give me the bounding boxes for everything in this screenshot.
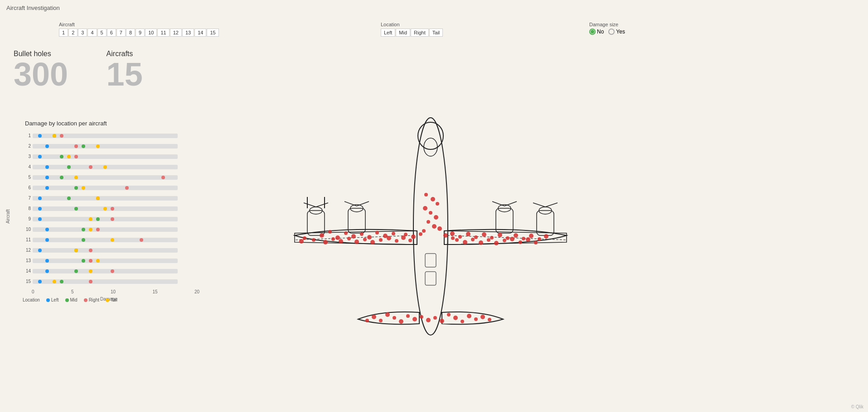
legend-dot-mid bbox=[65, 298, 69, 302]
dot-tail-row-6 bbox=[82, 186, 85, 190]
dot-right-row-2 bbox=[74, 144, 78, 148]
legend-label-right: Right bbox=[89, 297, 99, 302]
aircraft-btn-2[interactable]: 2 bbox=[68, 29, 78, 37]
aircraft-btn-9[interactable]: 9 bbox=[136, 29, 145, 37]
dot-tail-row-4 bbox=[103, 165, 107, 169]
svg-point-67 bbox=[503, 239, 506, 242]
chart-row-11: 11 bbox=[23, 235, 199, 245]
aircraft-filter: Aircraft 123456789101112131415 bbox=[59, 22, 219, 37]
dot-right-row-4 bbox=[89, 165, 92, 169]
location-btn-left[interactable]: Left bbox=[381, 29, 395, 37]
aircraft-btn-15[interactable]: 15 bbox=[207, 29, 218, 37]
aircraft-btn-8[interactable]: 8 bbox=[126, 29, 135, 37]
svg-point-94 bbox=[453, 316, 458, 320]
y-axis-label: Aircraft bbox=[5, 209, 10, 224]
location-filter-buttons: LeftMidRightTail bbox=[381, 29, 443, 37]
svg-point-35 bbox=[312, 238, 315, 242]
dot-right-row-6 bbox=[125, 186, 129, 190]
aircraft-btn-7[interactable]: 7 bbox=[116, 29, 126, 37]
svg-point-100 bbox=[488, 318, 491, 321]
svg-point-88 bbox=[412, 317, 417, 321]
svg-point-41 bbox=[363, 238, 367, 241]
legend-label-tail: Tail bbox=[111, 297, 117, 302]
svg-point-97 bbox=[474, 317, 478, 321]
svg-point-49 bbox=[458, 235, 462, 239]
row-label-15: 15 bbox=[23, 279, 31, 284]
dot-left-row-6 bbox=[45, 186, 49, 190]
svg-point-52 bbox=[482, 232, 486, 237]
dot-tail-row-9 bbox=[89, 217, 92, 221]
aircraft-btn-6[interactable]: 6 bbox=[107, 29, 116, 37]
dot-right-row-10 bbox=[96, 228, 100, 231]
x-tick-5: 5 bbox=[71, 289, 74, 294]
dot-right-row-15 bbox=[89, 280, 92, 283]
bar-area-3 bbox=[33, 154, 178, 159]
bar-area-12 bbox=[33, 248, 178, 253]
damage-radio-no[interactable]: No bbox=[589, 29, 604, 35]
row-label-8: 8 bbox=[23, 206, 31, 211]
stats-section: Bullet holes 300 Aircrafts 15 bbox=[14, 50, 179, 91]
svg-point-66 bbox=[494, 241, 499, 245]
chart-row-3: 3 bbox=[23, 151, 199, 162]
svg-line-15 bbox=[344, 201, 357, 206]
svg-point-61 bbox=[455, 238, 459, 242]
aircraft-btn-1[interactable]: 1 bbox=[59, 29, 68, 37]
bar-area-10 bbox=[33, 227, 178, 232]
dot-tail-row-14 bbox=[89, 269, 92, 273]
damage-radio-yes[interactable]: Yes bbox=[608, 29, 625, 35]
legend-label-mid: Mid bbox=[70, 297, 78, 302]
legend-item-left: Left bbox=[46, 297, 59, 302]
x-tick-20: 20 bbox=[194, 289, 199, 294]
chart-row-12: 12 bbox=[23, 245, 199, 255]
svg-point-55 bbox=[506, 236, 509, 240]
svg-line-13 bbox=[304, 203, 316, 207]
aircrafts-value: 15 bbox=[107, 58, 143, 91]
bar-area-7 bbox=[33, 196, 178, 201]
aircraft-btn-12[interactable]: 12 bbox=[170, 29, 182, 37]
svg-point-27 bbox=[335, 235, 340, 240]
dot-tail-row-7 bbox=[96, 196, 100, 200]
dot-tail-row-1 bbox=[53, 134, 56, 138]
svg-rect-24 bbox=[425, 272, 436, 285]
svg-point-2 bbox=[424, 138, 437, 156]
aircraft-btn-13[interactable]: 13 bbox=[182, 29, 194, 37]
chart-section: Damage by location per aircraft Aircraft… bbox=[9, 120, 199, 302]
bar-area-2 bbox=[33, 144, 178, 149]
chart-row-1: 1 bbox=[23, 130, 199, 141]
aircraft-btn-3[interactable]: 3 bbox=[78, 29, 87, 37]
legend-item-mid: Mid bbox=[65, 297, 78, 302]
location-btn-right[interactable]: Right bbox=[411, 29, 429, 37]
dot-tail-row-8 bbox=[103, 207, 107, 211]
svg-point-102 bbox=[411, 235, 416, 239]
svg-point-43 bbox=[379, 238, 383, 242]
app-title: Aircraft Investigation bbox=[6, 5, 60, 11]
aircraft-btn-10[interactable]: 10 bbox=[145, 29, 157, 37]
dot-right-row-11 bbox=[140, 238, 143, 242]
location-btn-tail[interactable]: Tail bbox=[429, 29, 443, 37]
aircraft-btn-11[interactable]: 11 bbox=[157, 29, 169, 37]
svg-point-77 bbox=[434, 215, 438, 220]
radio-circle-no bbox=[589, 29, 596, 35]
dot-left-row-9 bbox=[38, 217, 42, 221]
bar-area-13 bbox=[33, 259, 178, 263]
dot-mid-row-3 bbox=[60, 155, 63, 158]
svg-point-59 bbox=[538, 237, 541, 241]
svg-point-80 bbox=[422, 229, 426, 233]
svg-point-63 bbox=[471, 238, 475, 241]
bar-area-1 bbox=[33, 134, 178, 138]
svg-point-70 bbox=[526, 237, 530, 242]
legend-dot-tail bbox=[106, 298, 109, 302]
dot-left-row-8 bbox=[38, 207, 42, 211]
aircraft-btn-14[interactable]: 14 bbox=[194, 29, 206, 37]
dot-left-row-13 bbox=[45, 259, 49, 263]
svg-point-54 bbox=[498, 233, 502, 237]
dot-tail-row-13 bbox=[96, 259, 100, 263]
dot-right-row-13 bbox=[89, 259, 92, 263]
aircraft-btn-4[interactable]: 4 bbox=[87, 29, 97, 37]
legend-label-left: Left bbox=[51, 297, 59, 302]
svg-rect-23 bbox=[425, 254, 436, 267]
aircraft-btn-5[interactable]: 5 bbox=[97, 29, 107, 37]
dot-mid-row-15 bbox=[60, 280, 63, 283]
location-btn-mid[interactable]: Mid bbox=[396, 29, 410, 37]
dot-right-row-9 bbox=[111, 217, 114, 221]
